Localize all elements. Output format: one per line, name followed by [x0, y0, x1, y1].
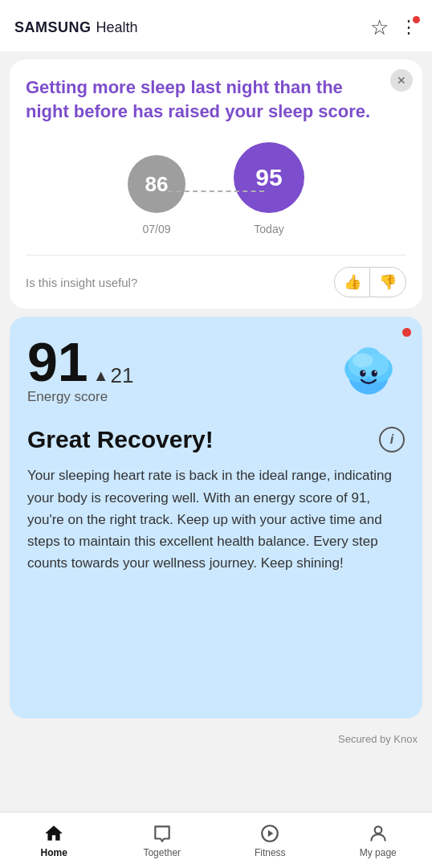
app-header: SAMSUNG Health ☆ ⋮ — [0, 0, 432, 51]
energy-header: 91 ▲ 21 Energy score — [27, 334, 405, 423]
home-icon — [43, 823, 64, 844]
svg-point-13 — [374, 826, 381, 833]
energy-label: Energy score — [27, 389, 133, 405]
knox-text: Secured by Knox — [338, 733, 418, 745]
energy-notification-dot — [402, 328, 411, 337]
together-icon — [152, 823, 173, 844]
fitness-icon — [259, 823, 280, 844]
previous-score-date: 07/09 — [142, 223, 170, 235]
home-nav-label: Home — [41, 847, 67, 858]
previous-score-item: 86 07/09 — [128, 155, 185, 235]
svg-point-6 — [353, 354, 373, 368]
svg-marker-12 — [268, 829, 274, 837]
svg-point-8 — [372, 371, 377, 377]
svg-point-7 — [360, 371, 365, 377]
sleep-insight-card: ✕ Getting more sleep last night than the… — [10, 59, 422, 309]
info-button[interactable]: i — [379, 427, 405, 452]
recovery-title-row: Great Recovery! i — [27, 426, 405, 453]
star-icon[interactable]: ☆ — [370, 17, 389, 38]
previous-score-circle: 86 — [128, 155, 185, 213]
nav-item-fitness[interactable]: Fitness — [216, 813, 324, 868]
recovery-title: Great Recovery! — [27, 426, 214, 453]
svg-point-10 — [374, 371, 376, 373]
feedback-label: Is this insight useful? — [26, 276, 137, 289]
my-page-nav-label: My page — [360, 847, 397, 858]
energy-score-row: 91 ▲ 21 — [27, 334, 133, 389]
today-score-item: 95 Today — [234, 142, 304, 235]
svg-point-9 — [363, 371, 365, 373]
energy-score-number: 91 — [27, 334, 88, 389]
today-score-circle: 95 — [234, 142, 304, 213]
nav-item-together[interactable]: Together — [108, 813, 217, 868]
cloud-mascot — [332, 334, 405, 407]
together-nav-label: Together — [143, 847, 181, 858]
thumbs-down-button[interactable]: 👎 — [370, 268, 406, 297]
energy-score-group: 91 ▲ 21 Energy score — [27, 334, 133, 423]
feedback-row: Is this insight useful? 👍 👎 — [26, 255, 406, 309]
more-menu-button[interactable]: ⋮ — [400, 18, 418, 36]
today-score-date: Today — [254, 223, 283, 235]
recovery-body-text: Your sleeping heart rate is back in the … — [27, 465, 405, 574]
my-page-icon — [368, 823, 389, 844]
knox-label: Secured by Knox — [0, 727, 432, 748]
nav-item-home[interactable]: Home — [0, 813, 108, 868]
bottom-navigation: Home Together Fitness My page — [0, 812, 432, 868]
score-comparison: 86 07/09 95 Today — [26, 142, 406, 242]
energy-score-card: 91 ▲ 21 Energy score — [10, 317, 422, 719]
energy-change-value: 21 — [110, 363, 133, 388]
feedback-buttons: 👍 👎 — [334, 267, 406, 297]
brand-name: SAMSUNG — [14, 19, 92, 36]
thumbs-up-button[interactable]: 👍 — [335, 268, 370, 297]
nav-item-my-page[interactable]: My page — [324, 813, 433, 868]
arrow-up-icon: ▲ — [93, 366, 109, 385]
sleep-card-title: Getting more sleep last night than the n… — [26, 76, 406, 123]
fitness-nav-label: Fitness — [255, 847, 286, 858]
app-name: Health — [96, 19, 138, 36]
close-button[interactable]: ✕ — [390, 69, 413, 92]
energy-score-change: ▲ 21 — [93, 363, 134, 388]
header-actions: ☆ ⋮ — [370, 17, 418, 38]
notification-dot — [413, 16, 420, 23]
logo: SAMSUNG Health — [14, 19, 138, 36]
